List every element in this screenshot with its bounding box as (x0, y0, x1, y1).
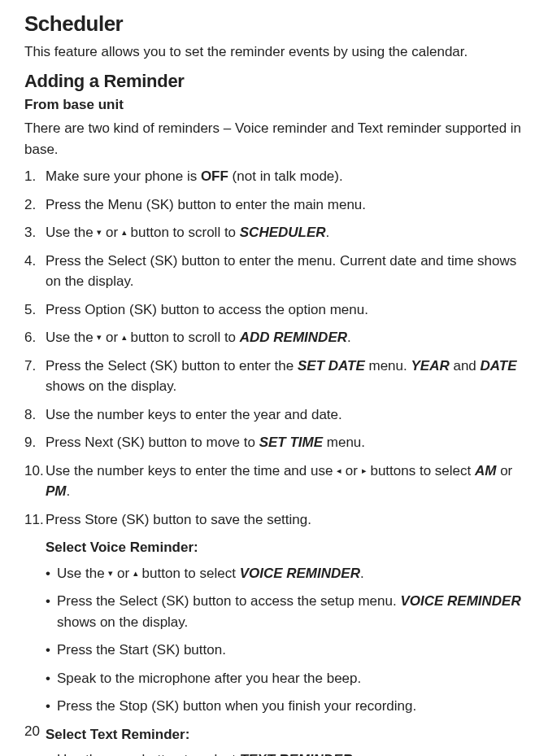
step-text: Press the Menu (SK) button to enter the … (46, 197, 366, 212)
down-arrow-icon: ▾ (97, 225, 102, 239)
voice-list: Use the ▾ or ▴ button to select VOICE RE… (24, 563, 524, 717)
item-text: Use the (57, 566, 108, 581)
step-text: Make sure your phone is (46, 168, 201, 184)
step-text: or (341, 463, 362, 479)
up-arrow-icon: ▴ (122, 225, 127, 239)
section-title: Adding a Reminder (24, 68, 524, 94)
item-text: button to select (138, 566, 240, 581)
step-item: Press the Menu (SK) button to enter the … (24, 194, 524, 216)
list-item: Press the Stop (SK) button when you fini… (46, 696, 524, 717)
step-item: Use the ▾ or ▴ button to scroll to ADD R… (24, 327, 524, 348)
item-text: button to select (138, 752, 240, 756)
page-number: 20 (24, 721, 40, 742)
step-text: shows on the display. (46, 378, 176, 394)
step-text: (not in talk mode). (228, 168, 343, 184)
step-text: Use the number keys to enter the time an… (46, 463, 337, 479)
emphasis-text: DATE (481, 358, 517, 374)
step-text: button to scroll to (127, 330, 240, 345)
step-item: Press the Select (SK) button to enter th… (24, 356, 524, 397)
step-text: Use the (46, 330, 97, 345)
step-text: and (450, 358, 481, 374)
step-text: Press Next (SK) button to move to (46, 435, 259, 450)
item-text: . (352, 752, 356, 756)
step-item: Press Store (SK) button to save the sett… (24, 509, 524, 531)
down-arrow-icon: ▾ (108, 753, 113, 756)
text-heading: Select Text Reminder: (24, 724, 524, 745)
step-text: menu. (323, 435, 365, 450)
step-text: . (347, 330, 351, 345)
item-text: or (113, 752, 133, 756)
item-text: . (360, 566, 364, 581)
text-list: Use the ▾ or ▴ button to select TEXT REM… (24, 749, 524, 756)
sub-title: From base unit (24, 94, 524, 116)
emphasis-text: SCHEDULER (240, 225, 326, 240)
emphasis-text: VOICE REMINDER (400, 593, 520, 609)
intro-text: This feature allows you to set the remin… (24, 42, 524, 63)
step-text: or (102, 330, 122, 345)
item-text: or (113, 566, 133, 581)
page-title: Scheduler (24, 8, 524, 40)
step-text: Press the Select (SK) button to enter th… (46, 358, 298, 374)
emphasis-text: ADD REMINDER (240, 330, 347, 345)
list-item: Speak to the microphone after you hear t… (46, 668, 524, 689)
step-item: Make sure your phone is OFF (not in talk… (24, 166, 524, 187)
step-text: Press Store (SK) button to save the sett… (46, 512, 311, 527)
emphasis-text: VOICE REMINDER (240, 566, 360, 581)
right-arrow-icon: ▸ (362, 464, 367, 478)
emphasis-text: PM (46, 483, 67, 499)
step-item: Use the ▾ or ▴ button to scroll to SCHED… (24, 222, 524, 243)
step-text: . (67, 483, 71, 499)
item-text: Use the (57, 752, 108, 756)
step-item: Use the number keys to enter the time an… (24, 461, 524, 502)
voice-heading: Select Voice Reminder: (24, 537, 524, 558)
item-text: Press the Start (SK) button. (57, 642, 226, 658)
up-arrow-icon: ▴ (122, 330, 127, 344)
down-arrow-icon: ▾ (108, 566, 113, 580)
step-item: Press the Select (SK) button to enter th… (24, 251, 524, 292)
step-item: Use the number keys to enter the year an… (24, 404, 524, 426)
emphasis-text: SET DATE (298, 358, 365, 374)
step-list: Make sure your phone is OFF (not in talk… (24, 166, 524, 530)
up-arrow-icon: ▴ (133, 566, 138, 580)
step-text: menu. (365, 358, 411, 374)
step-text: Press Option (SK) button to access the o… (46, 302, 368, 317)
item-text: Speak to the microphone after you hear t… (57, 671, 361, 686)
list-item: Press the Start (SK) button. (46, 640, 524, 661)
step-item: Press Next (SK) button to move to SET TI… (24, 432, 524, 453)
up-arrow-icon: ▴ (133, 753, 138, 756)
step-text: Press the Select (SK) button to enter th… (46, 253, 516, 290)
emphasis-text: YEAR (411, 358, 449, 374)
step-text: Use the (46, 225, 97, 240)
list-item: Use the ▾ or ▴ button to select VOICE RE… (46, 563, 524, 584)
item-text: Press the Stop (SK) button when you fini… (57, 698, 416, 714)
left-arrow-icon: ◂ (337, 464, 341, 478)
emphasis-text: AM (475, 463, 496, 479)
strong-text: OFF (201, 168, 228, 184)
step-item: Press Option (SK) button to access the o… (24, 299, 524, 321)
step-text: . (326, 225, 330, 240)
step-text: buttons to select (367, 463, 475, 479)
step-text: or (496, 463, 512, 479)
item-text: shows on the display. (57, 614, 188, 630)
step-text: Use the number keys to enter the year an… (46, 407, 342, 422)
item-text: Press the Select (SK) button to access t… (57, 593, 400, 609)
list-item: Press the Select (SK) button to access t… (46, 591, 524, 632)
step-text: or (102, 225, 122, 240)
paragraph: There are two kind of reminders – Voice … (24, 118, 524, 160)
down-arrow-icon: ▾ (97, 330, 102, 344)
list-item: Use the ▾ or ▴ button to select TEXT REM… (46, 749, 524, 756)
emphasis-text: TEXT REMINDER (240, 752, 353, 756)
step-text: button to scroll to (127, 225, 240, 240)
emphasis-text: SET TIME (259, 435, 323, 450)
